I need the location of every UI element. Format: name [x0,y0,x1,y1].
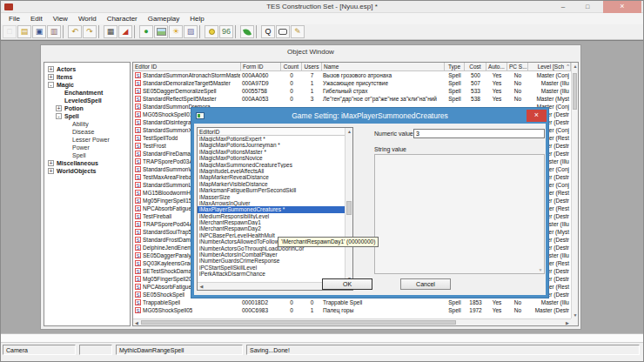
table-vertical-scrollbar[interactable]: ▲ ▼ [571,63,578,318]
tree-item-enchantment[interactable]: Enchantment [44,89,130,97]
tree-item-spell-leaf[interactable]: Spell [44,151,130,159]
scroll-right-icon[interactable]: ▶ [564,319,571,326]
scroll-up-icon[interactable]: ▲ [345,128,353,135]
column-header-users[interactable]: Users [302,63,322,71]
string-value-area[interactable]: ▼ [374,154,545,274]
table-row[interactable]: SSE05DaggerDemoralizeSpell 00055758 0 1 … [133,87,571,95]
scroll-down-icon[interactable]: ▼ [572,312,579,318]
dialog-close-button[interactable]: × [527,110,547,122]
tree-item-miscellaneous[interactable]: + Miscellaneous [44,159,130,167]
list-item[interactable]: iMagicMaxPotionsMaster * [198,149,345,155]
scroll-left-icon[interactable]: ◀ [198,283,205,291]
undo-icon[interactable]: ↶ [68,25,82,38]
list-item[interactable]: iMediumResponsibilityLevel [198,213,345,219]
tree-expand-icon[interactable]: + [48,160,54,166]
numbers-icon[interactable]: 96 [219,25,233,38]
column-header-cost[interactable]: Cost [465,63,486,71]
new-document-icon[interactable]: □ [3,25,17,38]
menu-character[interactable]: Character [102,13,143,24]
list-item[interactable]: iPerkAttackDisarmChance [198,271,345,277]
tree-expand-icon[interactable]: + [48,74,54,80]
list-item[interactable]: iMaxPlayerSummonedCreatures * [198,206,345,212]
list-item[interactable]: iMagicMaxPotionsNovice [198,155,345,161]
column-header-name[interactable]: Name [322,63,445,71]
table-row[interactable]: SMG05ShockSpell05 000C6983 0 1 Палец гор… [133,306,571,314]
restore-button[interactable]: □ [577,1,598,13]
scroll-thumb[interactable] [346,201,352,215]
world-sphere-icon[interactable]: ● [139,25,153,38]
menu-world[interactable]: World [73,13,102,24]
tree-item-leveledspell[interactable]: LeveledSpell [44,97,130,104]
listbox-vertical-scrollbar[interactable]: ▲ ▼ [345,128,352,282]
column-header-form-id[interactable]: Form ID [241,63,281,71]
tree-item-disease[interactable]: Disease [44,128,130,136]
zoom-q-icon[interactable]: Q [261,25,275,38]
column-header-editor-id[interactable]: Editor ID [133,63,241,71]
tree-item-actors[interactable]: + Actors [44,65,130,73]
ok-button[interactable]: OK [322,278,372,290]
image-icon[interactable]: ▨ [184,25,198,38]
menu-help[interactable]: Help [184,13,209,24]
table-row[interactable]: SStandardReflectSpell5Master 000AA053 0 … [133,95,571,103]
scroll-thumb[interactable] [573,73,577,110]
menu-edit[interactable]: Edit [25,13,48,24]
render-grid-icon[interactable]: ▦ [104,25,117,38]
list-item[interactable]: iMaxArrowsInQuiver [198,200,345,206]
tree-expand-icon[interactable]: + [56,105,62,111]
menu-view[interactable]: View [48,13,73,24]
list-item[interactable]: iMerchantRespawnDay1 [198,219,345,225]
scroll-thumb[interactable] [141,320,456,325]
list-item[interactable]: iMagnitudeLevelAffectsAll [198,168,345,174]
column-header-pcstart[interactable]: PC S... [507,63,528,71]
pencil-icon[interactable]: ✎ [291,25,305,38]
column-header-type[interactable]: Type [445,63,465,71]
cancel-button[interactable]: Cancel [400,278,451,290]
tree-item-items[interactable]: + Items [44,73,130,81]
list-item[interactable]: iMapMarkerVisibleDistance [198,181,345,187]
sun-icon[interactable]: ☀ [169,25,183,38]
table-row[interactable]: SStandardDemoralizeTarget5Master 000A97D… [133,79,571,87]
preferences-icon[interactable]: ▥ [47,25,61,38]
list-item[interactable]: iNumberGuardsCrimeResponse [198,258,345,264]
tree-expand-icon[interactable]: - [56,113,62,119]
numeric-value-input[interactable] [413,129,545,138]
close-button[interactable]: × [603,1,641,13]
list-item[interactable]: iMagicMaxSummonedCreatureTypes [198,162,345,168]
scroll-up-icon[interactable]: ▲ [572,63,579,70]
tree-item-power[interactable]: Power [44,144,130,151]
save-icon[interactable]: ▣ [32,25,46,38]
leaf-icon[interactable] [240,25,254,38]
tree-item-spell[interactable]: - Spell [44,112,130,120]
column-header-auto[interactable]: Auto... [486,63,507,71]
minimize-button[interactable]: – [553,1,574,13]
table-horizontal-scrollbar[interactable]: ◀ ▶ [133,318,571,325]
menu-file[interactable]: File [3,13,25,24]
menu-gameplay[interactable]: Gameplay [143,13,184,24]
list-item[interactable]: iMasserSize [198,194,345,200]
list-item[interactable]: iNumberActorsInCombatPlayer [198,251,345,258]
tree-expand-icon[interactable]: - [48,82,54,88]
lightbulb-icon[interactable] [205,25,218,38]
tree-item-potion[interactable]: + Potion [44,104,130,112]
open-folder-icon[interactable]: ▤ [17,25,31,38]
list-item[interactable]: iMagicMaxPotionsJourneyman * [198,142,345,148]
landscape-icon[interactable] [154,25,168,38]
column-header-level[interactable]: Level [Sch^ [528,63,571,71]
table-row[interactable]: STrappableSpell 000018D2 0 0 Trappable S… [133,298,571,306]
list-item[interactable]: iMerchantRespawnDay2 [198,225,345,231]
list-item[interactable]: iPCStartSpellSkillLevel [198,265,345,271]
terrain-edit-icon[interactable]: ◢ [118,25,132,38]
list-item[interactable]: iMagicMaxPotionsExpert * [198,136,345,142]
redo-icon[interactable]: ↷ [83,25,97,38]
column-header-count[interactable]: Count [281,63,302,71]
list-item[interactable]: iMapMarkerRevealDistance [198,174,345,180]
tree-item-worldobjects[interactable]: + WorldObjects [44,167,130,175]
tree-item-lesser-power[interactable]: Lesser Power [44,136,130,144]
scroll-left-icon[interactable]: ◀ [133,319,140,326]
object-window-title[interactable]: Object Window [41,45,580,59]
dialogue-bubble-icon[interactable] [276,25,290,38]
list-item[interactable]: iMarksmanFatigueBurnPerSecondSkill [198,187,345,193]
table-row[interactable]: SStandardSummonAtronachStormMaster 000AA… [133,71,571,79]
listbox-header-editorid[interactable]: EditorID [198,128,345,136]
tree-expand-icon[interactable]: + [48,168,54,174]
